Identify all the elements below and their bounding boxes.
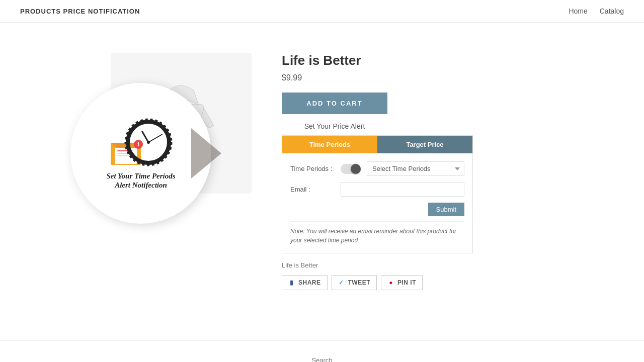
product-footer: Life is Better ▮ SHARE ✓ TWEET ● PIN IT: [282, 261, 574, 290]
email-row: Email :: [290, 182, 464, 197]
svg-point-3: [125, 119, 172, 165]
price-alert-heading: Set Your Price Alert: [282, 122, 387, 130]
pin-button[interactable]: ● PIN IT: [381, 275, 423, 290]
circle-badge: 1 Set Your Time Periods Alert Notifectio…: [70, 83, 211, 224]
submit-button[interactable]: Submit: [428, 203, 464, 216]
time-periods-label: Time Periods :: [290, 165, 341, 172]
site-header: PRODUCTS PRICE NOTIFICATION Home Catalog: [0, 0, 644, 23]
share-button[interactable]: ▮ SHARE: [282, 275, 328, 290]
time-periods-select[interactable]: Select Time Periods1 Day1 Week1 Month3 M…: [367, 161, 464, 176]
site-footer: Search: [0, 340, 644, 362]
alert-body: Time Periods : Select Time Periods1 Day1…: [282, 153, 472, 253]
tweet-button[interactable]: ✓ TWEET: [332, 275, 377, 290]
product-price: $9.99: [282, 73, 574, 82]
main-nav: Home Catalog: [569, 7, 624, 15]
nav-home[interactable]: Home: [569, 7, 587, 15]
facebook-icon: ▮: [288, 279, 295, 286]
tab-time-periods[interactable]: Time Periods: [282, 136, 377, 153]
clock-dashes: [123, 117, 174, 167]
email-label: Email :: [290, 186, 341, 193]
product-details: Life is Better $9.99 ADD TO CART Set You…: [282, 53, 574, 290]
alert-note: Note: You will receive an email reminder…: [290, 221, 464, 245]
toggle-knob: [351, 164, 361, 174]
toggle-wrapper: [341, 164, 361, 174]
time-periods-row: Time Periods : Select Time Periods1 Day1…: [290, 161, 464, 176]
pinterest-icon: ●: [387, 279, 394, 286]
email-input[interactable]: [341, 182, 464, 197]
twitter-icon: ✓: [338, 279, 345, 286]
site-logo: PRODUCTS PRICE NOTIFICATION: [20, 8, 140, 15]
badge-graphic: 1: [111, 117, 171, 167]
social-buttons: ▮ SHARE ✓ TWEET ● PIN IT: [282, 275, 574, 290]
nav-catalog[interactable]: Catalog: [600, 7, 624, 15]
main-content: 1 Set Your Time Periods Alert Notifectio…: [0, 23, 644, 320]
footer-search-link[interactable]: Search: [311, 356, 332, 362]
product-footer-name: Life is Better: [282, 261, 574, 269]
alert-panel: Time Periods Target Price Time Periods :…: [282, 135, 473, 253]
alert-tabs: Time Periods Target Price: [282, 136, 472, 153]
add-to-cart-button[interactable]: ADD TO CART: [282, 93, 387, 114]
product-title: Life is Better: [282, 53, 574, 68]
time-periods-toggle[interactable]: [341, 164, 361, 174]
product-image-area: 1 Set Your Time Periods Alert Notifectio…: [70, 53, 252, 214]
badge-title-line1: Set Your Time Periods Alert Notifection: [106, 171, 175, 190]
tab-target-price[interactable]: Target Price: [377, 136, 472, 153]
arrow-decoration: [191, 128, 221, 178]
